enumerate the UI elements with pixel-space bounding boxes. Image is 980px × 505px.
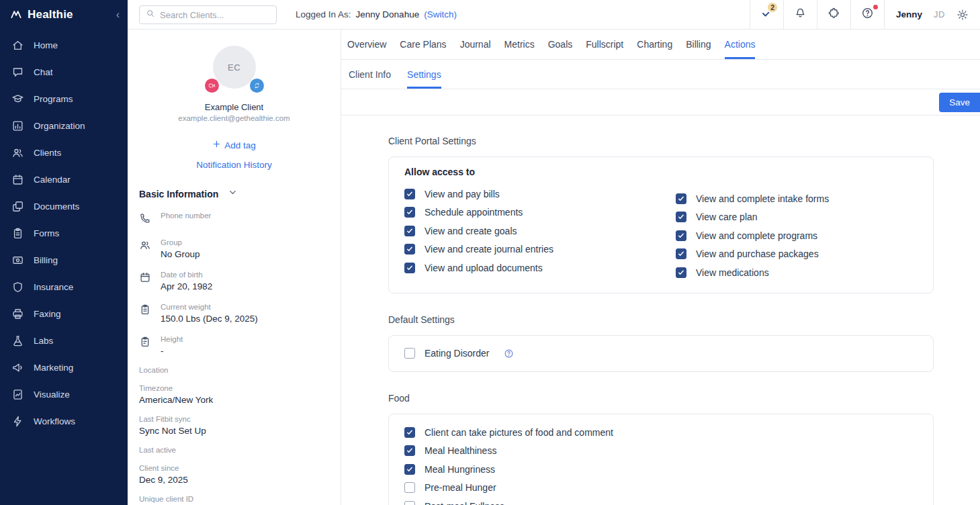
checkbox[interactable] [404, 427, 415, 438]
meta-value: Sync Not Set Up [139, 426, 329, 436]
tab-fullscript[interactable]: Fullscript [586, 30, 623, 59]
sidebar-item-visualize[interactable]: Visualize [0, 381, 128, 408]
sidebar-item-programs[interactable]: Programs [0, 85, 128, 112]
client-name: Example Client [139, 102, 329, 112]
setting-row-client-can-take-pictures-of-food-and-comment[interactable]: Client can take pictures of food and com… [398, 423, 924, 442]
tab-journal[interactable]: Journal [460, 30, 491, 59]
setting-row-meal-healthiness[interactable]: Meal Healthiness [398, 442, 924, 461]
notification-history-link[interactable]: Notification History [139, 160, 329, 170]
setting-row-pre-meal-hunger[interactable]: Pre-meal Hunger [398, 479, 924, 498]
setting-row-view-and-create-journal-entries[interactable]: View and create journal entries [398, 240, 670, 259]
checkbox[interactable] [676, 193, 686, 204]
setting-row-schedule-appointments[interactable]: Schedule appointments [398, 203, 670, 222]
setting-row-view-and-purchase-packages[interactable]: View and purchase packages [670, 245, 924, 264]
client-panel: EC Example Client example.client@getheal… [128, 30, 341, 505]
phone-icon [139, 212, 152, 227]
tab-charting[interactable]: Charting [637, 30, 672, 59]
tab-metrics[interactable]: Metrics [504, 30, 535, 59]
checkbox-label: Meal Hungriness [425, 464, 495, 475]
tab-actions[interactable]: Actions [725, 30, 756, 59]
client-search[interactable] [139, 5, 277, 24]
video-call-icon[interactable] [205, 79, 219, 93]
checkbox[interactable] [676, 267, 686, 278]
basic-information-toggle[interactable]: Basic Information [139, 187, 329, 200]
integrations-button[interactable] [817, 0, 850, 29]
sidebar: Healthie ‹ HomeChatProgramsOrganizationC… [0, 0, 128, 505]
sidebar-nav: HomeChatProgramsOrganizationClientsCalen… [0, 30, 128, 434]
checkbox[interactable] [404, 348, 415, 359]
sidebar-item-calendar[interactable]: Calendar [0, 166, 128, 193]
tab-overview[interactable]: Overview [347, 30, 386, 59]
notifications-button[interactable] [783, 0, 817, 29]
tasks-button[interactable]: 2 [750, 0, 783, 29]
meta-label: Location [139, 366, 329, 374]
field-value: No Group [161, 249, 200, 259]
sidebar-item-label: Billing [34, 255, 58, 265]
sidebar-item-forms[interactable]: Forms [0, 220, 128, 246]
sidebar-item-label: Visualize [34, 389, 70, 400]
checkbox[interactable] [676, 248, 686, 259]
sidebar-item-labs[interactable]: Labs [0, 327, 128, 354]
add-tag-button[interactable]: Add tag [139, 140, 329, 150]
checkbox-label: View care plan [696, 212, 758, 222]
tab-billing[interactable]: Billing [686, 30, 711, 59]
tab-care-plans[interactable]: Care Plans [400, 30, 446, 59]
client-avatar-wrap: EC [213, 46, 256, 89]
checkbox[interactable] [404, 263, 415, 273]
app-window: Healthie ‹ HomeChatProgramsOrganizationC… [0, 0, 980, 505]
sidebar-item-organization[interactable]: Organization [0, 112, 128, 139]
sidebar-item-documents[interactable]: Documents [0, 193, 128, 220]
sidebar-item-chat[interactable]: Chat [0, 58, 128, 85]
portal-settings-card: Allow access to View and pay billsSchedu… [388, 156, 934, 293]
visualize-icon [11, 388, 24, 401]
checkbox[interactable] [404, 207, 415, 218]
setting-row-view-medications[interactable]: View medications [670, 263, 924, 282]
checkbox[interactable] [404, 226, 415, 236]
sidebar-item-faxing[interactable]: Faxing [0, 300, 128, 327]
chat-icon [11, 66, 24, 79]
settings-scroll-area[interactable]: Client Portal Settings Allow access to V… [341, 116, 980, 505]
portal-grid: View and pay billsSchedule appointmentsV… [398, 185, 924, 282]
clients-icon [11, 146, 24, 159]
setting-row-view-and-create-goals[interactable]: View and create goals [398, 222, 670, 240]
sidebar-collapse-chevron-icon[interactable]: ‹ [116, 9, 120, 20]
setting-row-eating-disorder[interactable]: Eating Disorder [398, 345, 924, 363]
sidebar-item-marketing[interactable]: Marketing [0, 354, 128, 381]
setting-row-view-and-pay-bills[interactable]: View and pay bills [398, 185, 670, 203]
checkbox-label: View medications [696, 267, 769, 278]
setting-row-view-and-complete-programs[interactable]: View and complete programs [670, 226, 924, 245]
checkbox[interactable] [676, 212, 686, 222]
setting-row-view-care-plan[interactable]: View care plan [670, 208, 924, 227]
checkbox[interactable] [404, 445, 415, 456]
search-input[interactable] [160, 10, 270, 20]
checkbox[interactable] [404, 464, 415, 475]
subtab-settings[interactable]: Settings [407, 60, 441, 89]
sidebar-item-insurance[interactable]: Insurance [0, 273, 128, 300]
client-avatar: EC [213, 46, 256, 89]
user-avatar[interactable]: JD [934, 9, 945, 19]
sidebar-item-workflows[interactable]: Workflows [0, 408, 128, 434]
sidebar-item-label: Clients [34, 148, 61, 158]
subtab-client-info[interactable]: Client Info [349, 60, 391, 89]
sidebar-item-billing[interactable]: Billing [0, 246, 128, 273]
save-button[interactable]: Save [939, 93, 980, 112]
setting-row-view-and-complete-intake-forms[interactable]: View and complete intake forms [670, 189, 924, 208]
setting-row-post-meal-fullness[interactable]: Post-meal Fullness [398, 497, 924, 505]
help-button[interactable] [850, 0, 884, 29]
sidebar-item-clients[interactable]: Clients [0, 139, 128, 166]
checkbox[interactable] [404, 501, 415, 505]
sidebar-item-home[interactable]: Home [0, 32, 128, 58]
switch-user-link[interactable]: (Switch) [424, 9, 457, 19]
checkbox[interactable] [676, 230, 686, 241]
sidebar-item-label: Chat [34, 67, 53, 77]
sidebar-item-label: Labs [34, 336, 53, 346]
setting-row-meal-hungriness[interactable]: Meal Hungriness [398, 460, 924, 479]
settings-gear-icon[interactable] [956, 9, 969, 21]
checkbox[interactable] [404, 244, 415, 255]
checkbox[interactable] [404, 482, 415, 493]
setting-row-view-and-upload-documents[interactable]: View and upload documents [398, 259, 670, 277]
chat-sync-icon[interactable] [250, 79, 264, 93]
checkbox[interactable] [404, 189, 415, 199]
tab-goals[interactable]: Goals [548, 30, 573, 59]
info-icon[interactable] [504, 349, 514, 359]
